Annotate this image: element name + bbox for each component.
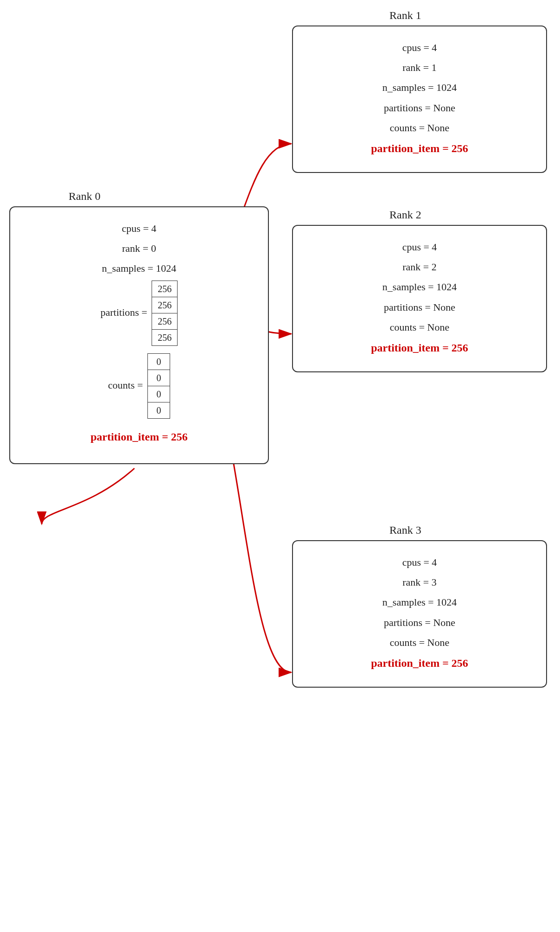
rank0-title: Rank 0 (69, 190, 101, 203)
rank2-counts: counts = None (307, 319, 532, 335)
rank3-box: cpus = 4 rank = 3 n_samples = 1024 parti… (292, 540, 547, 688)
rank0-cpus: cpus = 4 (24, 220, 254, 236)
rank0-box: cpus = 4 rank = 0 n_samples = 1024 parti… (9, 206, 269, 464)
rank2-partitions: partitions = None (307, 299, 532, 315)
rank1-rank: rank = 1 (307, 59, 532, 76)
rank1-partitions: partitions = None (307, 100, 532, 116)
rank0-count-0: 0 (147, 353, 170, 370)
diagram-container: Rank 1 cpus = 4 rank = 1 n_samples = 102… (0, 0, 560, 932)
rank2-partition-item: partition_item = 256 (307, 339, 532, 357)
rank1-box: cpus = 4 rank = 1 n_samples = 1024 parti… (292, 26, 547, 173)
rank2-cpus: cpus = 4 (307, 239, 532, 255)
rank1-title: Rank 1 (389, 9, 421, 22)
rank2-rank: rank = 2 (307, 259, 532, 275)
rank0-partitions-row: partitions = 256 256 256 256 (24, 281, 254, 346)
rank1-cpus: cpus = 4 (307, 39, 532, 56)
rank1-partition-item: partition_item = 256 (307, 140, 532, 157)
rank0-partition-3: 256 (152, 329, 178, 345)
rank1-counts: counts = None (307, 120, 532, 136)
rank0-partitions-label: partitions = (101, 306, 147, 318)
rank0-partition-1: 256 (152, 297, 178, 313)
rank0-nsamples: n_samples = 1024 (24, 260, 254, 276)
rank2-title: Rank 2 (389, 209, 421, 221)
rank1-nsamples: n_samples = 1024 (307, 79, 532, 96)
rank3-partition-item: partition_item = 256 (307, 654, 532, 672)
rank0-count-3: 0 (147, 402, 170, 418)
rank3-cpus: cpus = 4 (307, 554, 532, 570)
rank2-box: cpus = 4 rank = 2 n_samples = 1024 parti… (292, 225, 547, 372)
rank0-count-2: 0 (147, 386, 170, 402)
rank3-rank: rank = 3 (307, 574, 532, 590)
rank0-rank: rank = 0 (24, 240, 254, 256)
rank3-nsamples: n_samples = 1024 (307, 594, 532, 610)
rank3-counts: counts = None (307, 634, 532, 651)
rank3-partitions: partitions = None (307, 614, 532, 631)
rank3-title: Rank 3 (389, 524, 421, 536)
rank0-counts-array: 0 0 0 0 (147, 353, 170, 419)
rank0-partition-2: 256 (152, 313, 178, 329)
rank0-counts-row: counts = 0 0 0 0 (24, 353, 254, 419)
rank2-nsamples: n_samples = 1024 (307, 279, 532, 295)
rank0-partition-0: 256 (152, 281, 178, 297)
rank0-counts-label: counts = (108, 379, 143, 390)
rank0-count-1: 0 (147, 370, 170, 386)
rank0-partitions-array: 256 256 256 256 (152, 281, 178, 346)
rank0-partition-item: partition_item = 256 (24, 428, 254, 446)
